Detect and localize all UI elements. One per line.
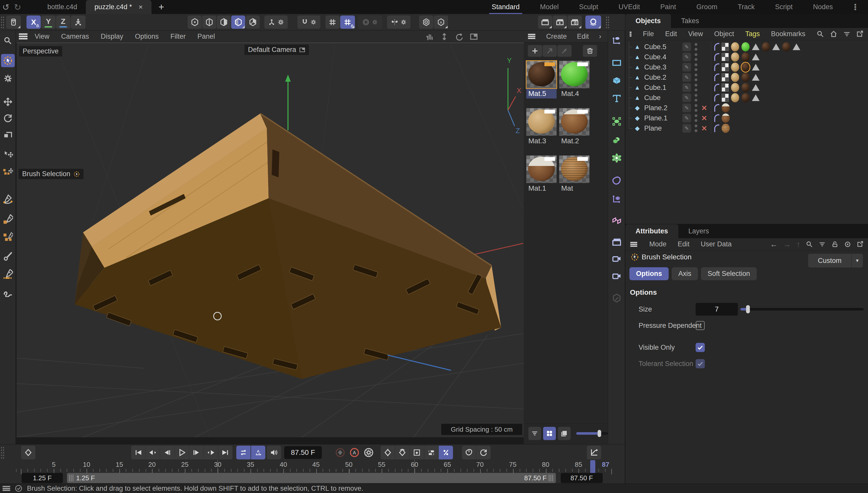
sphere-tan-tag[interactable] <box>731 83 739 92</box>
ruler-tick-label[interactable]: 5 <box>52 461 56 469</box>
tab-attributes[interactable]: Attributes <box>626 224 678 238</box>
tab-axis[interactable]: Axis <box>672 267 698 280</box>
menu-panel[interactable]: Panel <box>197 33 215 41</box>
prev-frame-button[interactable] <box>160 446 174 459</box>
menu-overflow-chevron[interactable]: › <box>599 33 601 41</box>
ruler-tick-label[interactable]: 25 <box>181 461 189 469</box>
material-mat5[interactable]: Mat.5 <box>526 61 557 99</box>
material-list-view-button[interactable] <box>528 427 541 440</box>
phong-tag[interactable] <box>714 94 719 102</box>
object-type-icon[interactable]: ▲ <box>633 64 642 71</box>
3d-viewport[interactable]: Perspective Default Camera Brush Selecti… <box>17 43 524 437</box>
primitive-cube-icon[interactable] <box>610 74 623 87</box>
material-menu-icon[interactable] <box>528 34 535 39</box>
tri-tag[interactable] <box>752 64 760 70</box>
snap-settings-button[interactable] <box>297 16 320 29</box>
object-name[interactable]: Cube <box>644 94 682 102</box>
menu-create[interactable]: Create <box>546 33 567 41</box>
filter-icon[interactable] <box>819 241 826 248</box>
phong-tag[interactable] <box>714 63 719 71</box>
tab-soft-selection[interactable]: Soft Selection <box>701 267 757 280</box>
menu-edit[interactable]: Edit <box>577 33 589 41</box>
layout-paint[interactable]: Paint <box>660 1 677 13</box>
layout-groom[interactable]: Groom <box>696 1 718 13</box>
edit-toggle-icon[interactable]: ✎ <box>682 93 691 102</box>
material-mat2[interactable]: Mat.2 <box>559 108 589 146</box>
search-icon[interactable] <box>817 30 824 38</box>
object-name[interactable]: Cube.1 <box>644 84 682 92</box>
current-frame-field[interactable]: 87.50 F <box>284 446 322 459</box>
loop-mode-button[interactable] <box>477 446 491 459</box>
menu-edit[interactable]: Edit <box>678 240 690 248</box>
options-section-title[interactable]: Options <box>626 281 868 297</box>
ruler-tick-label[interactable]: 70 <box>477 461 484 469</box>
add-tab-icon[interactable]: + <box>158 2 164 13</box>
mograph-cloner-icon[interactable] <box>610 152 623 165</box>
fcurve-editor-button[interactable] <box>587 446 601 459</box>
polygons-mode-button[interactable] <box>217 16 231 29</box>
render-settings-button[interactable] <box>568 16 582 29</box>
material-grid-view-button[interactable] <box>543 427 556 440</box>
uv-tag[interactable] <box>722 73 729 82</box>
ruler-tick-label[interactable]: 15 <box>116 461 123 469</box>
move-tool-icon[interactable] <box>1 95 15 108</box>
edit-toggle-icon[interactable]: ✎ <box>682 114 691 123</box>
freehand-spline-tool-icon[interactable] <box>1 285 15 299</box>
object-type-icon[interactable]: ▲ <box>633 84 642 91</box>
menu-bookmarks[interactable]: Bookmarks <box>771 30 805 38</box>
layout-sculpt[interactable]: Sculpt <box>578 1 599 13</box>
motion-clapper-icon[interactable] <box>610 236 623 249</box>
object-row[interactable]: ▲ Cube.4 ✎ <box>626 52 868 62</box>
sphere-tan-tag[interactable] <box>731 73 739 82</box>
sphere-plane1-tag[interactable] <box>722 113 730 123</box>
object-name[interactable]: Plane.2 <box>644 104 682 112</box>
keyframe-diamond-button[interactable] <box>21 446 36 459</box>
timeline-grip[interactable] <box>1 446 5 459</box>
transfer-tool-icon[interactable] <box>1 165 15 178</box>
layout-track[interactable]: Track <box>737 1 755 13</box>
material-name[interactable]: Mat.2 <box>559 136 589 146</box>
track-focus-icon[interactable] <box>844 241 851 248</box>
object-type-icon[interactable]: ▲ <box>633 53 642 61</box>
viewport-menu-icon[interactable] <box>19 33 27 40</box>
object-row[interactable]: ▲ Cube.5 ✎ <box>626 42 868 52</box>
volume-builder-icon[interactable] <box>610 134 623 147</box>
range-start-field[interactable]: 1.25 F <box>22 473 63 483</box>
object-row[interactable]: ▲ Cube.1 ✎ <box>626 83 868 93</box>
camera-swap-icon[interactable] <box>299 47 305 53</box>
lock-z-axis-button[interactable]: Z <box>56 16 70 29</box>
sphere-tan-tag[interactable] <box>731 42 739 51</box>
tab-options[interactable]: Options <box>630 267 669 280</box>
layout-uvedit[interactable]: UVEdit <box>618 1 640 13</box>
menu-cameras[interactable]: Cameras <box>61 33 89 41</box>
ruler-tick-label[interactable]: 65 <box>444 461 451 469</box>
delete-cross-icon[interactable]: ✕ <box>701 104 710 112</box>
visible-only-checkbox[interactable] <box>696 343 705 352</box>
annotate-button[interactable]: A <box>434 16 448 29</box>
phong-tag[interactable] <box>714 73 719 81</box>
menu-view[interactable]: View <box>688 30 703 38</box>
select-move-tool-icon[interactable] <box>1 148 15 162</box>
menu-options[interactable]: Options <box>135 33 158 41</box>
spline-pen-tool-icon[interactable] <box>1 192 15 206</box>
ruler-tick-label[interactable]: 35 <box>247 461 254 469</box>
primitive-pen-tool-icon[interactable] <box>1 213 15 226</box>
lock-y-axis-button[interactable]: Y <box>41 16 56 29</box>
visibility-dots[interactable] <box>694 125 698 132</box>
tri-tag[interactable] <box>752 84 760 91</box>
visibility-dots[interactable] <box>694 53 698 61</box>
object-type-icon[interactable]: ▲ <box>633 43 642 50</box>
orientation-gizmo[interactable]: Y X Z <box>492 53 523 134</box>
visibility-dots[interactable] <box>694 94 698 102</box>
range-start-handle[interactable] <box>69 475 74 481</box>
coordinate-system-button[interactable] <box>71 16 86 29</box>
tweak-tool-icon[interactable] <box>1 72 15 85</box>
sphere-green-tag[interactable] <box>741 42 749 51</box>
sphere-brown-tag[interactable] <box>782 42 790 51</box>
menu-tags[interactable]: Tags <box>745 30 760 38</box>
edit-toggle-icon[interactable]: ✎ <box>682 43 691 51</box>
menu-edit[interactable]: Edit <box>665 30 677 38</box>
material-name[interactable]: Mat <box>559 184 589 193</box>
tri-tag[interactable] <box>792 44 800 50</box>
material-mat3[interactable]: Mat.3 <box>526 108 557 146</box>
